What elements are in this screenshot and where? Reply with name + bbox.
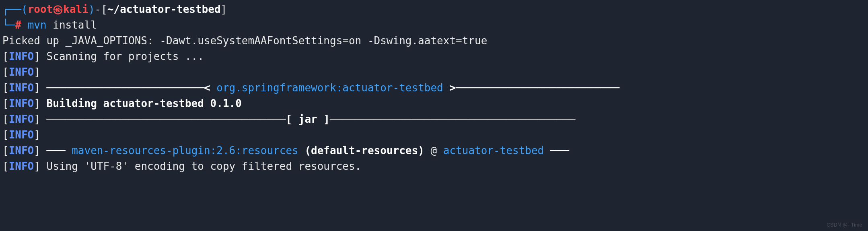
command-args: install	[53, 19, 97, 31]
plugin-project: actuator-testbed	[443, 144, 544, 157]
info-tag: INFO	[9, 97, 34, 109]
plugin-dash-left: ───	[47, 144, 72, 157]
jar-rule-left: ──────────────────────────────────────[	[47, 113, 298, 125]
plugin-dash-right: ───	[544, 144, 569, 157]
scanning-text: Scanning for projects ...	[47, 50, 204, 62]
prompt-tree-bottom: └─	[2, 19, 15, 31]
prompt-line-2[interactable]: └─# mvn install	[2, 17, 866, 33]
info-tag: INFO	[9, 160, 34, 172]
terminal-output: ┌──(root㉿kali)-[~/actuator-testbed] └─# …	[0, 0, 868, 176]
info-plugin-line: [INFO] ─── maven-resources-plugin:2.6:re…	[2, 143, 866, 159]
info-tag: INFO	[9, 129, 34, 141]
command-binary: mvn	[28, 19, 47, 31]
info-tag: INFO	[9, 50, 34, 62]
prompt-tree-top: ┌──	[2, 3, 21, 15]
prompt-close-bracket: ]	[221, 3, 227, 15]
rule-right: >──────────────────────────	[443, 82, 619, 94]
prompt-user: root	[28, 3, 53, 15]
info-scanning-line: [INFO] Scanning for projects ...	[2, 49, 866, 64]
java-options-text: Picked up _JAVA_OPTIONS: -Dawt.useSystem…	[2, 35, 487, 47]
prompt-space	[21, 19, 28, 31]
building-text: Building actuator-testbed 0.1.0	[47, 97, 242, 109]
info-tag: INFO	[9, 82, 34, 94]
plugin-at: @	[424, 144, 443, 157]
info-tag: INFO	[9, 144, 34, 157]
encoding-text: Using 'UTF-8' encoding to copy filtered …	[47, 160, 362, 172]
plugin-name: maven-resources-plugin:2.6:resources	[72, 144, 298, 157]
rule-left: ─────────────────────────<	[47, 82, 217, 94]
prompt-open-bracket: [	[101, 3, 107, 15]
jar-rule-right: ]───────────────────────────────────────	[317, 113, 576, 125]
prompt-hash: #	[15, 19, 21, 31]
plugin-goal: (default-resources)	[298, 144, 424, 157]
watermark-text: CSDN @- Time	[827, 221, 862, 229]
info-blank-line-2: [INFO]	[2, 127, 866, 143]
jar-label: jar	[298, 113, 317, 125]
info-blank-line-1: [INFO]	[2, 64, 866, 80]
prompt-open-paren: (	[21, 3, 28, 15]
prompt-line-1[interactable]: ┌──(root㉿kali)-[~/actuator-testbed]	[2, 2, 866, 17]
info-tag: INFO	[9, 66, 34, 78]
prompt-close-paren: )	[88, 3, 95, 15]
info-jar-line: [INFO] ─────────────────────────────────…	[2, 111, 866, 127]
prompt-dash: -	[95, 3, 101, 15]
info-encoding-line: [INFO] Using 'UTF-8' encoding to copy fi…	[2, 159, 866, 174]
skull-icon: ㉿	[53, 2, 63, 17]
info-building-line: [INFO] Building actuator-testbed 0.1.0	[2, 96, 866, 111]
prompt-host: kali	[63, 3, 88, 15]
artifact-id: org.springframework:actuator-testbed	[216, 82, 443, 94]
java-options-line: Picked up _JAVA_OPTIONS: -Dawt.useSystem…	[2, 33, 866, 49]
info-tag: INFO	[9, 113, 34, 125]
info-artifact-line: [INFO] ─────────────────────────< org.sp…	[2, 80, 866, 96]
prompt-cwd: ~/actuator-testbed	[107, 3, 221, 15]
command-space	[47, 19, 53, 31]
